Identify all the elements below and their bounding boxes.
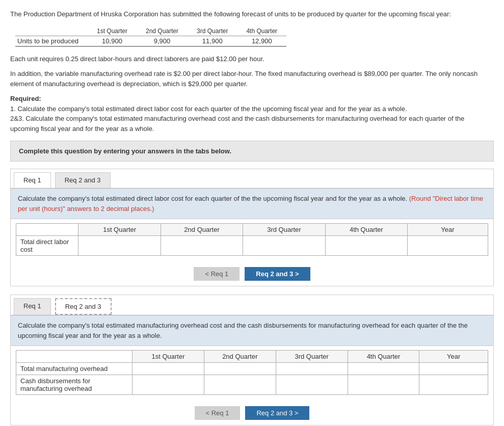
s2-col-label: [16, 351, 132, 363]
s1-row1-q4[interactable]: [325, 236, 407, 256]
section2-container: Req 1 Req 2 and 3 Calculate the company'…: [10, 295, 494, 425]
s2-row2-q2[interactable]: [204, 375, 276, 395]
forecast-header-q2: 2nd Quarter: [137, 26, 188, 36]
s1-row1-q3[interactable]: [243, 236, 325, 256]
s2-r2-input-q1[interactable]: [140, 381, 196, 389]
s2-row2-q3[interactable]: [276, 375, 348, 395]
s1-input-q4[interactable]: [333, 242, 400, 250]
s2-r2-input-q3[interactable]: [283, 381, 340, 389]
s2-col-q1: 1st Quarter: [132, 351, 204, 363]
s1-col-year: Year: [407, 224, 488, 236]
section1-table-wrapper: 1st Quarter 2nd Quarter 3rd Quarter 4th …: [11, 219, 493, 260]
s2-row1-q1[interactable]: [132, 363, 204, 375]
section2-table: 1st Quarter 2nd Quarter 3rd Quarter 4th …: [16, 350, 488, 395]
s1-input-q1[interactable]: [87, 242, 153, 250]
s1-col-q2: 2nd Quarter: [161, 224, 243, 236]
forecast-header-q1: 1st Quarter: [88, 26, 137, 36]
req1-text: 1. Calculate the company's total estimat…: [10, 104, 494, 114]
tab-req1-section1[interactable]: Req 1: [14, 172, 51, 188]
section2-tabs: Req 1 Req 2 and 3: [11, 295, 493, 315]
forecast-table: 1st Quarter 2nd Quarter 3rd Quarter 4th …: [15, 26, 286, 47]
units-q1: 10,900: [88, 36, 137, 46]
units-label: Units to be produced: [15, 36, 88, 46]
units-q4: 12,900: [237, 36, 286, 46]
section2-table-wrapper: 1st Quarter 2nd Quarter 3rd Quarter 4th …: [11, 346, 493, 399]
req23-text: 2&3. Calculate the company's total estim…: [10, 114, 494, 134]
s1-input-year[interactable]: [415, 242, 480, 250]
s1-col-q3: 3rd Quarter: [243, 224, 325, 236]
s2-r2-input-q2[interactable]: [211, 381, 268, 389]
s1-input-q3[interactable]: [251, 242, 317, 250]
units-q3: 11,900: [188, 36, 237, 46]
s1-col-q4: 4th Quarter: [325, 224, 407, 236]
s1-row1-q1[interactable]: [78, 236, 161, 256]
table-row: Total direct labor cost: [16, 236, 488, 256]
info2-text: In addition, the variable manufacturing …: [10, 69, 494, 89]
s2-r1-input-q2[interactable]: [211, 365, 268, 372]
s2-row1-q3[interactable]: [276, 363, 348, 375]
s2-row1-q2[interactable]: [204, 363, 276, 375]
s2-row2-year[interactable]: [419, 375, 488, 395]
units-q2: 9,900: [137, 36, 188, 46]
s2-r1-input-year[interactable]: [427, 365, 481, 372]
next-button-section2[interactable]: Req 2 and 3 >: [245, 406, 309, 420]
s1-row1-q2[interactable]: [161, 236, 243, 256]
section1-description: Calculate the company's total estimated …: [11, 189, 493, 219]
intro-text: The Production Department of Hruska Corp…: [10, 9, 494, 19]
s1-row1-year[interactable]: [407, 236, 488, 256]
s2-row2-label: Cash disbursements for manufacturing ove…: [16, 375, 132, 395]
s2-col-q3: 3rd Quarter: [276, 351, 348, 363]
s1-col-label: [16, 224, 78, 236]
s2-col-q4: 4th Quarter: [348, 351, 419, 363]
s2-col-q2: 2nd Quarter: [204, 351, 276, 363]
s2-row2-q4[interactable]: [348, 375, 419, 395]
s2-r2-input-year[interactable]: [427, 381, 481, 389]
s2-r1-input-q3[interactable]: [283, 365, 340, 372]
prev-button-section2[interactable]: < Req 1: [195, 406, 241, 420]
s2-row2-q1[interactable]: [132, 375, 204, 395]
next-button-section1[interactable]: Req 2 and 3 >: [245, 267, 310, 281]
section1-nav: < Req 1 Req 2 and 3 >: [11, 262, 493, 286]
complete-box: Complete this question by entering your …: [10, 141, 494, 162]
forecast-header-q4: 4th Quarter: [237, 26, 286, 36]
s2-row1-label: Total manufacturing overhead: [16, 363, 132, 375]
s2-r2-input-q4[interactable]: [355, 381, 412, 389]
s1-row1-label: Total direct labor cost: [16, 236, 78, 256]
prev-button-section1[interactable]: < Req 1: [194, 267, 240, 281]
table-row: Cash disbursements for manufacturing ove…: [16, 375, 488, 395]
info1-text: Each unit requires 0.25 direct labor-hou…: [10, 54, 494, 64]
forecast-header-q3: 3rd Quarter: [188, 26, 237, 36]
required-label: Required:: [10, 95, 41, 102]
section1-container: Req 1 Req 2 and 3 Calculate the company'…: [10, 169, 494, 286]
s1-col-q1: 1st Quarter: [78, 224, 161, 236]
tab-req1-section2[interactable]: Req 1: [14, 298, 51, 315]
section1-tabs: Req 1 Req 2 and 3: [11, 169, 493, 189]
s2-r1-input-q4[interactable]: [355, 365, 412, 372]
s2-col-year: Year: [419, 351, 488, 363]
tab-req23-section1[interactable]: Req 2 and 3: [55, 172, 111, 188]
s2-row1-q4[interactable]: [348, 363, 419, 375]
section2-nav: < Req 1 Req 2 and 3 >: [11, 401, 493, 425]
s1-input-q2[interactable]: [169, 242, 235, 250]
required-section: Required: 1. Calculate the company's tot…: [10, 94, 494, 134]
s2-row1-year[interactable]: [419, 363, 488, 375]
section2-description: Calculate the company's total estimated …: [11, 315, 493, 346]
tab-req23-section2[interactable]: Req 2 and 3: [55, 298, 112, 315]
section1-table: 1st Quarter 2nd Quarter 3rd Quarter 4th …: [16, 223, 488, 256]
table-row: Total manufacturing overhead: [16, 363, 488, 375]
s2-r1-input-q1[interactable]: [140, 365, 196, 372]
